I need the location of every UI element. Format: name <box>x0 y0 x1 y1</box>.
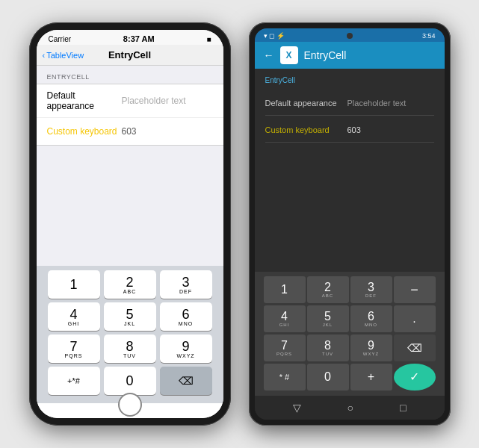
ios-nav-title: EntryCell <box>108 49 151 60</box>
android-screen: ▾ ◻ ⚡ 3:54 ← X EntryCell EntryCell Defau… <box>255 28 445 420</box>
android-section-title: EntryCell <box>265 76 434 84</box>
android-key-9[interactable]: 9WXYZ <box>350 335 392 361</box>
ios-home-button[interactable] <box>118 393 142 417</box>
android-nav-bottom: ▽ ○ □ <box>255 396 445 420</box>
ios-back-button[interactable]: ‹ TableView <box>43 51 84 60</box>
ios-row-label-1: Default appearance <box>47 90 122 111</box>
ios-key-0[interactable]: 0 <box>104 367 156 395</box>
main-container: Carrier 8:37 AM ■ ‹ TableView EntryCell … <box>14 7 466 441</box>
android-key-row-1: 1 2ABC 3DEF − <box>258 276 442 303</box>
android-time: 3:54 <box>422 32 436 40</box>
ios-phone: Carrier 8:37 AM ■ ‹ TableView EntryCell … <box>29 22 231 426</box>
ios-screen: Carrier 8:37 AM ■ ‹ TableView EntryCell … <box>37 30 223 418</box>
table-row: Default appearance Placeholder text <box>37 84 223 118</box>
android-app-icon: X <box>280 46 298 64</box>
ios-key-row-4: +*# 0 ⌫ <box>40 367 220 395</box>
android-back-button[interactable]: ← <box>264 49 274 61</box>
ios-time: 8:37 AM <box>123 34 155 43</box>
ios-table: Default appearance Placeholder text Cust… <box>37 84 223 146</box>
ios-key-2[interactable]: 2ABC <box>104 270 156 299</box>
android-table-row-2: Custom keyboard 603 <box>265 117 434 143</box>
android-delete-key[interactable]: ⌫ <box>394 335 436 361</box>
android-phone: ▾ ◻ ⚡ 3:54 ← X EntryCell EntryCell Defau… <box>249 22 451 426</box>
ios-key-row-1: 1 2ABC 3DEF <box>40 270 220 299</box>
android-back-nav[interactable]: ▽ <box>293 402 301 414</box>
ios-key-7[interactable]: 7PQRS <box>48 335 100 363</box>
android-row-input-1[interactable]: Placeholder text <box>347 99 434 108</box>
ios-delete-key[interactable]: ⌫ <box>160 367 212 395</box>
android-recent-nav[interactable]: □ <box>400 402 406 414</box>
ios-section-header: ENTRYCELL <box>37 66 223 84</box>
android-done-key[interactable]: ✓ <box>394 364 436 391</box>
android-key-5[interactable]: 5JKL <box>307 305 349 332</box>
ios-key-sym[interactable]: +*# <box>48 367 100 395</box>
ios-key-8[interactable]: 8TUV <box>104 335 156 363</box>
ios-key-3[interactable]: 3DEF <box>160 270 212 299</box>
ios-content: ENTRYCELL Default appearance Placeholder… <box>37 66 223 266</box>
android-row-value-2[interactable]: 603 <box>347 125 361 134</box>
ios-key-4[interactable]: 4GHI <box>48 302 100 331</box>
android-content: EntryCell Default appearance Placeholder… <box>255 69 445 272</box>
android-key-7[interactable]: 7PQRS <box>264 335 306 361</box>
android-row-label-2: Custom keyboard <box>265 125 347 134</box>
android-key-minus[interactable]: − <box>394 276 436 303</box>
ios-row-value-2[interactable]: 603 <box>122 126 137 137</box>
ios-key-row-3: 7PQRS 8TUV 9WXYZ <box>40 335 220 363</box>
ios-back-chevron: ‹ <box>43 51 46 60</box>
android-status-icons: ▾ ◻ ⚡ <box>264 32 285 40</box>
android-key-row-3: 7PQRS 8TUV 9WXYZ ⌫ <box>258 335 442 361</box>
ios-key-row-2: 4GHI 5JKL 6MNO <box>40 302 220 331</box>
ios-key-1[interactable]: 1 <box>48 270 100 299</box>
android-key-dot[interactable]: . <box>394 305 436 332</box>
android-key-1[interactable]: 1 <box>264 276 306 303</box>
android-key-6[interactable]: 6MNO <box>350 305 392 332</box>
ios-keyboard: 1 2ABC 3DEF 4GHI 5JKL 6MNO 7PQRS 8TUV 9W… <box>37 266 223 403</box>
table-row: Custom keyboard 603 <box>37 118 223 145</box>
ios-row-label-2: Custom keyboard <box>47 126 122 137</box>
ios-key-6[interactable]: 6MNO <box>160 302 212 331</box>
android-row-label-1: Default appearance <box>265 99 347 108</box>
ios-carrier: Carrier <box>49 35 72 43</box>
ios-home-area <box>37 403 223 418</box>
android-key-3[interactable]: 3DEF <box>350 276 392 303</box>
android-key-plus[interactable]: + <box>350 364 392 391</box>
ios-status-bar: Carrier 8:37 AM ■ <box>37 30 223 45</box>
ios-row-input-1[interactable]: Placeholder text <box>122 96 213 106</box>
ios-key-9[interactable]: 9WXYZ <box>160 335 212 363</box>
android-key-0[interactable]: 0 <box>307 364 349 391</box>
android-key-row-2: 4GHI 5JKL 6MNO . <box>258 305 442 332</box>
android-key-sym[interactable]: * # <box>264 364 306 391</box>
android-home-nav[interactable]: ○ <box>347 402 353 414</box>
android-key-row-4: * # 0 + ✓ <box>258 364 442 391</box>
ios-nav-bar: ‹ TableView EntryCell <box>37 45 223 66</box>
android-camera <box>347 33 353 39</box>
android-key-8[interactable]: 8TUV <box>307 335 349 361</box>
android-key-2[interactable]: 2ABC <box>307 276 349 303</box>
android-key-4[interactable]: 4GHI <box>264 305 306 332</box>
android-keyboard: 1 2ABC 3DEF − 4GHI 5JKL 6MNO . 7PQRS 8TU… <box>255 272 445 396</box>
ios-back-label: TableView <box>46 51 84 60</box>
ios-key-5[interactable]: 5JKL <box>104 302 156 331</box>
android-nav-bar: ← X EntryCell <box>255 42 445 69</box>
android-table-row-1: Default appearance Placeholder text <box>265 90 434 116</box>
ios-battery: ■ <box>206 35 211 43</box>
android-nav-title: EntryCell <box>304 49 347 61</box>
